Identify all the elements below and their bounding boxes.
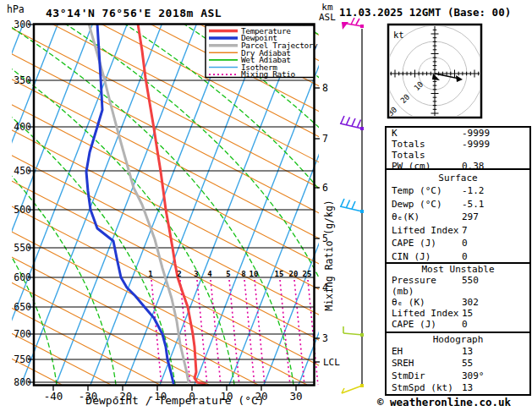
mixing-ratio-line <box>294 280 304 386</box>
legend: TemperatureDewpointParcel TrajectoryDry … <box>206 25 318 79</box>
stat-label: CAPE (J) <box>392 319 462 330</box>
stats-row: StmSpd (kt)13 <box>387 382 529 393</box>
stat-label: CIN (J) <box>392 251 462 262</box>
wind-barb <box>340 116 364 130</box>
km-tick-label: 7 <box>322 133 328 145</box>
pressure-tick-label: 300 <box>14 19 31 30</box>
valid-datetime: 11.03.2025 12GMT (Base: 00) <box>339 6 511 19</box>
stat-value: 302 <box>462 297 526 308</box>
stats-box-header: Most Unstable <box>387 264 529 275</box>
station-title: 43°14'N 76°56'E 2018m ASL <box>46 7 222 19</box>
km-tick-label: 8 <box>322 82 328 94</box>
stats-row: CAPE (J)0 <box>387 238 529 249</box>
stat-label: K <box>392 128 462 139</box>
mixing-ratio-label: 25 <box>303 270 312 278</box>
stat-label: Lifted Index <box>392 225 462 236</box>
mixing-ratio-label: 1 <box>148 270 152 278</box>
stat-label: StmDir <box>392 370 462 381</box>
stat-value: 15 <box>462 308 526 319</box>
stat-value: 13 <box>462 346 526 357</box>
wind-barb <box>342 18 364 30</box>
copyright-footer: © weatheronline.co.uk <box>377 396 511 408</box>
stats-row: EH13 <box>387 346 529 357</box>
stats-box-surface: SurfaceTemp (°C)-1.2Dewp (°C)-5.1θₑ(K)29… <box>385 168 531 266</box>
km-tick-label: 6 <box>322 182 328 194</box>
pressure-tick-label: 750 <box>14 353 31 365</box>
stat-value: -9999 <box>462 128 526 139</box>
mixing-ratio-label: 2 <box>177 270 181 278</box>
pressure-tick-label: 400 <box>14 121 31 133</box>
mixing-ratio-label: 15 <box>275 270 284 278</box>
stats-row: Lifted Index7 <box>387 225 529 236</box>
pressure-tick-label: 550 <box>14 242 31 254</box>
stats-row: Dewp (°C)-5.1 <box>387 199 529 210</box>
stat-label: StmSpd (kt) <box>392 382 462 393</box>
altitude-axis-unit: km ASL <box>319 3 336 23</box>
wind-barb <box>340 199 364 213</box>
skewt-sounding-page: 3003504004505005506006507007508001234581… <box>0 0 532 411</box>
stats-box-hodograph: HodographEH13SREH55StmDir309°StmSpd (kt)… <box>385 332 531 396</box>
pressure-tick-label: 700 <box>14 328 31 340</box>
mixing-ratio-label: 10 <box>250 270 259 278</box>
stat-value: -9999 <box>462 139 526 161</box>
pressure-tick-label: 350 <box>14 74 31 86</box>
stat-value: 55 <box>462 358 526 369</box>
stat-label: θₑ(K) <box>392 211 462 222</box>
stat-label: Temp (°C) <box>392 185 462 196</box>
mixing-ratio-label: 20 <box>289 270 299 278</box>
wind-barb <box>343 326 364 337</box>
stat-value: 7 <box>462 225 526 236</box>
temperature-tick-label: 30 <box>289 390 302 403</box>
stats-box-indices: K-9999Totals Totals-9999PW (cm)0.38 <box>385 126 531 172</box>
stats-row: Temp (°C)-1.2 <box>387 185 529 196</box>
pressure-tick-label: 650 <box>14 301 31 313</box>
mixing-ratio-label: 8 <box>241 270 245 278</box>
stat-value: 297 <box>462 211 526 222</box>
temperature-curve <box>138 24 205 384</box>
stat-label: SREH <box>392 358 462 369</box>
stats-row: K-9999 <box>387 128 529 139</box>
isotherm-line <box>56 24 197 385</box>
stats-row: Pressure (mb)550 <box>387 275 529 297</box>
stats-row: θₑ(K)297 <box>387 211 529 222</box>
mixing-ratio-line <box>308 280 318 386</box>
pressure-tick-label: 450 <box>14 165 31 177</box>
hodograph-unit-label: kt <box>393 30 404 40</box>
stat-label: CAPE (J) <box>392 238 462 249</box>
stats-row: SREH55 <box>387 358 529 369</box>
km-tick-label: 3 <box>322 332 328 344</box>
stat-value: 550 <box>462 275 526 297</box>
mixing-ratio-label: 4 <box>207 270 212 278</box>
stats-row: StmDir309° <box>387 370 529 381</box>
stat-value: 0 <box>462 251 526 262</box>
pressure-tick-label: 600 <box>14 271 31 283</box>
stats-box-most-unstable: Most UnstablePressure (mb)550θₑ (K)302Li… <box>385 262 531 335</box>
stats-box-header: Hodograph <box>387 334 529 345</box>
stat-value: 309° <box>462 370 526 381</box>
pressure-axis-unit: hPa <box>7 3 25 15</box>
stat-value: 0 <box>462 238 526 249</box>
temperature-tick-label: -40 <box>44 390 63 403</box>
stats-row: θₑ (K)302 <box>387 297 529 308</box>
stat-value: 0 <box>462 319 526 330</box>
legend-label: Mixing Ratio <box>241 69 296 79</box>
stat-label: Lifted Index <box>392 308 462 319</box>
stats-box-header: Surface <box>387 173 529 184</box>
wind-barb <box>342 384 364 393</box>
x-axis-label: Dewpoint / Temperature (°C) <box>85 394 264 407</box>
stat-label: θₑ (K) <box>392 297 462 308</box>
stats-row: CIN (J)0 <box>387 251 529 262</box>
stats-row: CAPE (J)0 <box>387 319 529 330</box>
stat-label: Totals Totals <box>392 139 462 161</box>
pressure-tick-label: 500 <box>14 204 31 216</box>
stat-value: -5.1 <box>462 199 526 210</box>
stat-label: Dewp (°C) <box>392 199 462 210</box>
mixing-ratio-axis-label: Mixing Ratio (g/kg) <box>323 200 335 311</box>
stats-row: Lifted Index15 <box>387 308 529 319</box>
dewpoint-curve <box>86 24 173 383</box>
mixing-ratio-label: 3 <box>194 270 198 278</box>
mixing-ratio-line <box>211 280 221 386</box>
altitude-axis-unit-asl: ASL <box>319 13 336 23</box>
stat-label: Pressure (mb) <box>392 275 462 297</box>
pressure-tick-label: 800 <box>14 376 31 388</box>
